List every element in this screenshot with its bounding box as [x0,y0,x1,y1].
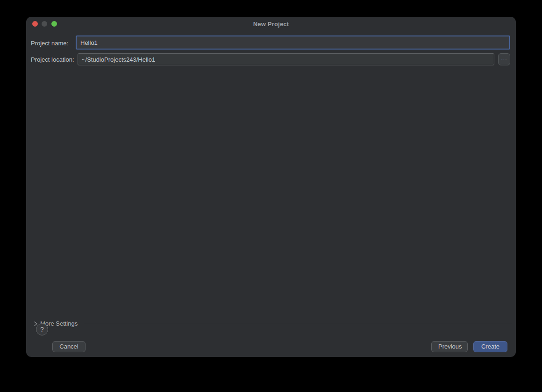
browse-location-button[interactable]: ... [498,53,510,65]
new-project-dialog: New Project Project name: Project locati… [26,17,516,357]
project-name-input[interactable] [76,36,510,50]
help-button[interactable]: ? [36,323,48,335]
ellipsis-icon: ... [501,55,507,62]
help-icon: ? [40,326,44,333]
project-location-input[interactable] [78,53,494,65]
more-settings-divider [84,324,512,324]
title-bar: New Project [26,17,516,31]
cancel-button[interactable]: Cancel [52,341,86,352]
window-title: New Project [26,21,516,28]
previous-button[interactable]: Previous [431,341,468,352]
project-location-label: Project location: [31,56,74,63]
create-button[interactable]: Create [473,341,507,352]
project-name-label: Project name: [31,40,68,47]
more-settings-toggle[interactable]: More Settings [26,320,516,329]
